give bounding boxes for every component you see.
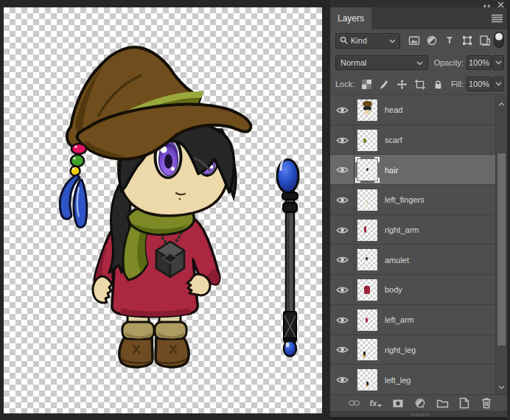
- visibility-eye-icon[interactable]: [336, 196, 349, 204]
- document-canvas[interactable]: [4, 7, 322, 413]
- layer-row-left_fingers[interactable]: left_fingers: [330, 185, 495, 215]
- layer-row-head[interactable]: head: [330, 95, 495, 125]
- smart-object-filter-icon[interactable]: [476, 35, 494, 46]
- layer-styles-icon[interactable]: fx: [370, 397, 382, 410]
- filter-toggle-switch[interactable]: [494, 32, 504, 49]
- scroll-down-icon[interactable]: [498, 382, 505, 391]
- layer-thumbnail[interactable]: [357, 159, 377, 181]
- layer-thumbnail[interactable]: [357, 99, 377, 121]
- panel-menu-icon[interactable]: [492, 14, 503, 24]
- layer-row-right_leg[interactable]: right_leg: [330, 335, 495, 365]
- visibility-cell[interactable]: [330, 125, 354, 155]
- new-layer-icon[interactable]: [458, 397, 471, 410]
- fill-dropdown-button[interactable]: [492, 77, 504, 91]
- layer-name[interactable]: body: [385, 285, 402, 294]
- layer-thumbnail[interactable]: [357, 339, 377, 360]
- visibility-eye-icon[interactable]: [336, 136, 349, 144]
- lock-image-pixels-icon[interactable]: [379, 79, 390, 90]
- adjustment-layer-filter-icon[interactable]: [423, 35, 441, 46]
- lock-label: Lock:: [335, 80, 354, 88]
- bead-yellow: [71, 167, 80, 176]
- opacity-dropdown-button[interactable]: [492, 55, 504, 70]
- delete-layer-icon[interactable]: [481, 397, 493, 410]
- layer-thumbnail[interactable]: [357, 309, 377, 331]
- visibility-cell[interactable]: [330, 335, 354, 365]
- feather: [60, 175, 87, 228]
- window-right-edge: [507, 0, 510, 420]
- new-group-icon[interactable]: [436, 397, 449, 410]
- visibility-eye-icon[interactable]: [336, 376, 349, 384]
- layer-name[interactable]: head: [385, 105, 402, 114]
- visibility-cell[interactable]: [330, 215, 354, 245]
- lock-artboards-icon[interactable]: [414, 79, 426, 90]
- visibility-cell[interactable]: [330, 365, 354, 395]
- layers-list: head scarf: [330, 95, 495, 394]
- layer-row-left_arm[interactable]: left_arm: [330, 305, 495, 335]
- character-artwork: [4, 7, 322, 413]
- layer-row-hair[interactable]: hair: [330, 155, 495, 185]
- layer-row-left_leg[interactable]: left_leg: [330, 365, 495, 395]
- tab-layers[interactable]: Layers: [330, 7, 371, 29]
- kind-filter-dropdown[interactable]: Kind: [335, 33, 400, 49]
- layers-scrollbar[interactable]: [495, 95, 507, 394]
- layer-name[interactable]: right_leg: [385, 346, 416, 354]
- visibility-eye-icon[interactable]: [336, 316, 349, 324]
- lock-all-icon[interactable]: [433, 79, 444, 90]
- layer-thumbnail[interactable]: [357, 369, 377, 391]
- visibility-cell[interactable]: [330, 245, 354, 275]
- pixel-layer-filter-icon[interactable]: [405, 35, 423, 46]
- visibility-eye-icon[interactable]: [336, 106, 349, 114]
- visibility-cell[interactable]: [330, 185, 354, 215]
- fill-label: Fill:: [451, 80, 464, 88]
- layer-thumbnail-image: [357, 99, 377, 121]
- visibility-eye-icon[interactable]: [336, 346, 349, 354]
- visibility-cell[interactable]: [330, 275, 354, 305]
- layer-row-body[interactable]: body: [330, 275, 495, 305]
- layer-name[interactable]: left_arm: [385, 315, 414, 324]
- chin-dot: [179, 198, 181, 200]
- resize-grip[interactable]: [412, 413, 428, 416]
- visibility-cell[interactable]: [330, 95, 354, 125]
- layer-name[interactable]: scarf: [385, 136, 402, 144]
- shape-layer-filter-icon[interactable]: [458, 35, 476, 46]
- layer-thumbnail[interactable]: [357, 220, 377, 241]
- scroll-up-icon[interactable]: [498, 99, 505, 108]
- layer-row-amulet[interactable]: amulet: [330, 245, 495, 275]
- lock-position-icon[interactable]: [397, 79, 408, 90]
- bead-pink: [71, 144, 86, 154]
- search-icon: [340, 36, 348, 46]
- layer-thumbnail[interactable]: [357, 279, 377, 301]
- type-layer-filter-icon[interactable]: T: [441, 35, 458, 46]
- layer-row-right_arm[interactable]: right_arm: [330, 215, 495, 245]
- layer-name[interactable]: left_leg: [385, 376, 411, 385]
- visibility-eye-icon[interactable]: [336, 166, 349, 174]
- layer-thumbnail-image: [357, 309, 377, 331]
- opacity-value-field[interactable]: 100%: [467, 55, 492, 70]
- layer-name[interactable]: left_fingers: [385, 195, 425, 204]
- visibility-eye-icon[interactable]: [336, 286, 349, 294]
- visibility-eye-icon[interactable]: [336, 256, 349, 264]
- visibility-cell[interactable]: [330, 305, 354, 335]
- layer-thumbnail[interactable]: [357, 130, 377, 151]
- selection-bracket: [374, 157, 380, 162]
- panel-resize-bar[interactable]: [330, 411, 510, 417]
- scrollbar-thumb[interactable]: [497, 153, 506, 346]
- link-layers-icon[interactable]: [348, 397, 360, 410]
- layer-thumbnail[interactable]: [357, 249, 377, 270]
- blend-mode-dropdown[interactable]: Normal: [335, 55, 428, 70]
- visibility-cell[interactable]: [330, 155, 354, 185]
- chevron-down-icon: [495, 60, 502, 65]
- add-layer-mask-icon[interactable]: [392, 397, 405, 410]
- layer-row-scarf[interactable]: scarf: [330, 125, 495, 155]
- thumbnail-mark: [364, 226, 366, 233]
- visibility-eye-icon[interactable]: [336, 226, 349, 234]
- layer-name[interactable]: hair: [385, 166, 398, 175]
- layer-name[interactable]: amulet: [385, 256, 409, 265]
- layers-panel: Layers Kind: [330, 0, 510, 420]
- thumbnail-mark: [363, 355, 365, 357]
- lock-transparent-pixels-icon[interactable]: [361, 79, 372, 90]
- new-adjustment-layer-icon[interactable]: [414, 397, 427, 410]
- layer-name[interactable]: right_arm: [385, 225, 419, 234]
- layer-thumbnail[interactable]: [357, 189, 377, 211]
- fill-value-field[interactable]: 100%: [467, 77, 492, 91]
